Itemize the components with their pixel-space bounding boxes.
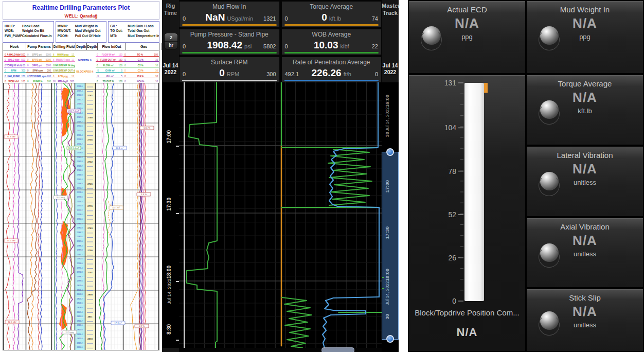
svg-text:2755: 2755 (87, 138, 93, 141)
svg-text:2778.6: 2778.6 (77, 214, 83, 216)
gauge-min: 0 (183, 71, 203, 77)
svg-text:2806.6: 2806.6 (77, 302, 83, 304)
scale-cell: 0FWI_PUMP150 (4, 73, 26, 78)
scale-cell: 0FLOW m³150 (96, 62, 123, 67)
svg-text:2784.2: 2784.2 (77, 232, 83, 234)
legend-key: FWI_PUMP: (5, 34, 22, 38)
gauge-title: Torque Average (282, 3, 382, 10)
svg-text:0: 0 (452, 297, 456, 305)
scale-cell: 60MUDTEMP OUT degF300 (52, 67, 75, 73)
time-axis-label: Jul 14, 202218:00 (166, 266, 172, 304)
gauge-scale-bar (284, 52, 379, 54)
track-header-4: Depth (87, 43, 98, 50)
scale-cell: 8ECD ppg12 (52, 73, 75, 78)
svg-text:2802.4: 2802.4 (77, 289, 83, 291)
scale-cell: 0RPM300 (4, 67, 26, 73)
gauge-title: Mud Flow In (180, 3, 279, 10)
scale-cell: 0TG %100 (123, 51, 159, 57)
svg-text:2804: 2804 (87, 293, 93, 296)
svg-text:2812.2: 2812.2 (77, 320, 83, 322)
page-title: Realtime Drilling Parameters Plot (3, 2, 159, 11)
horizontal-scrollbar-thumb[interactable] (321, 347, 354, 352)
svg-text:2749.2: 2749.2 (77, 121, 83, 123)
legend-key: TG Out: (110, 29, 128, 32)
svg-text:2813.6: 2813.6 (77, 324, 83, 326)
master-axis-label: 30 (385, 132, 390, 137)
svg-text:2770.2: 2770.2 (77, 187, 83, 189)
svg-text:2774.4: 2774.4 (77, 201, 83, 203)
interval-2hr-button[interactable]: 2 hr (164, 33, 178, 49)
gauge-unit: kft.lb (329, 15, 341, 22)
gauge-value: 0 (219, 67, 225, 78)
svg-text:37.9 klbf: 37.9 klbf (7, 135, 15, 138)
svg-text:2760.4: 2760.4 (77, 156, 83, 159)
legend-value: Calculated Flow-in (22, 34, 51, 38)
svg-text:2808.0: 2808.0 (77, 307, 83, 309)
block-position-scale-label: BLOCKPOS ft (74, 70, 96, 73)
selection-handle-bottom[interactable] (386, 335, 394, 343)
scale-cell: 60MUDTEMP IN degF300 (52, 62, 75, 67)
gauge-mud-flow-in: Mud Flow In0NaNUSgal/min1321 (179, 1, 280, 27)
svg-text:26: 26 (448, 254, 456, 262)
date-label-right: Jul 14 2022 (382, 62, 399, 75)
master-track-column: Master Track Jul 14 2022 Jul 14, 202216:… (382, 0, 399, 352)
svg-text:2790: 2790 (87, 249, 93, 252)
event-tick-icon (382, 277, 384, 278)
selection-handle-top[interactable] (386, 148, 394, 156)
scale-cell: 0NC4 %10 (123, 78, 159, 83)
strip-chart[interactable] (179, 82, 382, 348)
scale-cell: 0FLOW IN m³150 (96, 51, 123, 57)
gauge-title: Pump Pressure - Stand Pipe (180, 31, 279, 38)
rig-time-track-panel: Rig Time 2 hr Jul 14 2022 17:0017:30Jul … (162, 0, 399, 352)
svg-text:2819.2: 2819.2 (77, 342, 83, 344)
tile-actual-ecd: Actual ECD N/A ppg (409, 1, 525, 73)
tile-title: Torque Average (527, 79, 643, 88)
tile-title: Mud Weight In (527, 5, 643, 14)
scale-cell: 0C3 %10 (123, 67, 159, 73)
legend-key: MWOUT: (58, 29, 75, 32)
master-selection-label: 17:30 (385, 226, 390, 239)
scale-cell: 0A-HKLD klbf500 (4, 51, 26, 57)
svg-text:17.3 m³: 17.3 m³ (114, 322, 122, 324)
svg-text:2775.8: 2775.8 (77, 205, 83, 207)
master-track-label: Master Track (382, 3, 399, 17)
gauge-max: 0 (357, 71, 378, 77)
svg-text:2761.8: 2761.8 (77, 161, 83, 163)
scale-cell: -5GAIN m³5 (96, 67, 123, 73)
sphere-ring-icon (539, 247, 560, 268)
scale-cell: 0SPP2 psi5000 (26, 56, 52, 62)
gauge-max: 22 (357, 43, 378, 49)
scale-cell: 0SPM spm200 (26, 67, 52, 73)
svg-text:2750.6: 2750.6 (77, 125, 83, 127)
gauge-torque-average: Torque Average00kft.lb74 (281, 1, 382, 27)
svg-text:2781.4: 2781.4 (77, 223, 83, 225)
gauge-rate-of-penetration-average: Rate of Penetration Average492.1226.26ft… (281, 57, 382, 83)
tile-title: Actual ECD (409, 5, 525, 14)
svg-text:2771.6: 2771.6 (77, 191, 83, 193)
svg-text:2767.4: 2767.4 (77, 179, 83, 181)
gauge-min: 0 (183, 43, 203, 49)
svg-text:26.3 deg: 26.3 deg (56, 196, 65, 199)
realtime-drilling-parameters-panel: Realtime Drilling Parameters Plot WELL: … (3, 0, 159, 350)
legend-value: Mud Weight Out (75, 29, 101, 32)
svg-text:2773.0: 2773.0 (77, 196, 83, 198)
svg-text:2805.2: 2805.2 (77, 298, 83, 300)
gauge-min: 492.1 (285, 71, 306, 77)
gauge-value: 226.26 (312, 67, 342, 78)
legend-value: Hook Load (22, 24, 40, 28)
well-log-svg: 2738.02739.42740.827412742.22743.62745.0… (3, 83, 159, 350)
svg-text:265.7 degF: 265.7 degF (68, 110, 80, 112)
scale-cell: 0IC4 %10 (123, 73, 159, 78)
sphere-ring-icon (539, 175, 560, 196)
well-log-plot: 2738.02739.42740.827412742.22743.62745.0… (3, 83, 159, 350)
svg-text:2818: 2818 (87, 338, 93, 340)
svg-text:2783: 2783 (87, 227, 93, 230)
tile-title: Axial Vibration (527, 222, 643, 231)
svg-text:13.2 klbf: 13.2 klbf (7, 239, 15, 242)
svg-text:2803.8: 2803.8 (77, 293, 83, 295)
legend: HKLD:Hook LoadWOB:Weight On BitFWI_PUMP:… (3, 21, 159, 43)
tile-title: Lateral Vibration (527, 151, 643, 160)
track-header-row: HookPump ParamsDrilling FluidDepthDepthF… (3, 43, 159, 50)
svg-text:2769: 2769 (87, 183, 93, 185)
scale-cell: 60MTI degF300 (52, 78, 75, 83)
